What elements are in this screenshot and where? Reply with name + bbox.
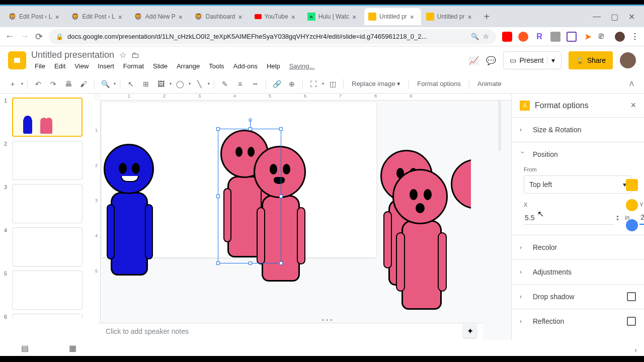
resize-handle[interactable]: [249, 261, 252, 265]
star-icon[interactable]: ☆: [483, 33, 489, 40]
zoom-icon[interactable]: 🔍: [471, 33, 479, 40]
extension-icon[interactable]: [502, 32, 512, 42]
calendar-icon[interactable]: [626, 179, 638, 191]
close-icon[interactable]: ✕: [628, 12, 635, 22]
move-icon[interactable]: 🗀: [131, 51, 139, 60]
speaker-notes[interactable]: Click to add speaker notes: [99, 323, 483, 340]
menu-edit[interactable]: Edit: [51, 61, 69, 71]
extension-icon[interactable]: [518, 32, 528, 42]
from-select[interactable]: Top left▾: [524, 175, 632, 194]
slide-thumbnail[interactable]: 6: [4, 314, 90, 320]
slide-thumbnail[interactable]: 2: [4, 141, 90, 180]
forward-button[interactable]: →: [20, 31, 29, 42]
menu-format[interactable]: Format: [120, 61, 147, 71]
notes-drag-handle[interactable]: • • •: [322, 317, 333, 323]
mask-button[interactable]: ◫: [326, 77, 339, 90]
resize-handle[interactable]: [279, 261, 283, 265]
profile-avatar[interactable]: [615, 32, 625, 42]
minimize-icon[interactable]: —: [593, 12, 601, 22]
border-dash-button[interactable]: ┅: [249, 77, 262, 90]
zoom-button[interactable]: 🔍: [99, 77, 112, 90]
star-icon[interactable]: ☆: [119, 50, 126, 60]
doc-title[interactable]: Untitled presentation: [31, 50, 114, 60]
slides-logo[interactable]: [8, 51, 26, 69]
slide-thumbnail[interactable]: 3: [4, 184, 90, 223]
comments-icon[interactable]: 💬: [486, 56, 496, 65]
selection-box[interactable]: [218, 129, 281, 263]
browser-tab[interactable]: Untitled pr×: [364, 8, 421, 25]
slide-thumbnail[interactable]: 4: [4, 227, 90, 266]
present-dropdown[interactable]: ▾: [547, 56, 559, 64]
tasks-icon[interactable]: [626, 219, 638, 231]
explore-button[interactable]: ✦: [463, 324, 477, 338]
link-button[interactable]: 🔗: [270, 77, 283, 90]
menu-tools[interactable]: Tools: [205, 61, 227, 71]
resize-handle[interactable]: [216, 195, 220, 198]
activity-icon[interactable]: 📈: [469, 56, 479, 65]
close-icon[interactable]: ×: [410, 13, 417, 20]
print-button[interactable]: 🖶: [62, 77, 75, 90]
image-tool[interactable]: 🖼: [154, 77, 168, 90]
crop-button[interactable]: ⛶: [307, 77, 320, 90]
menu-arrange[interactable]: Arrange: [173, 61, 203, 71]
extension-icon[interactable]: R: [534, 32, 544, 42]
menu-addons[interactable]: Add-ons: [230, 61, 261, 71]
x-spinner[interactable]: ▲▼: [616, 214, 623, 221]
pink-figure-partial[interactable]: [451, 159, 471, 259]
reflection-section[interactable]: › Reflection: [512, 309, 644, 333]
format-options-button[interactable]: Format options: [413, 80, 465, 87]
browser-tab[interactable]: 🦁Edit Post ‹ L×: [4, 8, 66, 25]
undo-button[interactable]: ↶: [32, 77, 45, 90]
reload-button[interactable]: ⟳: [35, 31, 43, 42]
browser-tab[interactable]: 🦁Edit Post ‹ L×: [67, 8, 129, 25]
border-color-button[interactable]: ✎: [218, 77, 231, 90]
back-button[interactable]: ←: [5, 31, 14, 42]
comment-button[interactable]: ⊕: [285, 77, 298, 90]
grid-view-button[interactable]: ▦: [69, 343, 76, 353]
extension-icon[interactable]: [567, 32, 577, 42]
animate-button[interactable]: Animate: [473, 80, 506, 87]
filmstrip-view-button[interactable]: ▤: [21, 343, 29, 353]
close-icon[interactable]: ×: [179, 13, 186, 20]
reflection-checkbox[interactable]: [627, 317, 636, 326]
resize-handle[interactable]: [216, 261, 220, 265]
redo-button[interactable]: ↷: [47, 77, 60, 90]
menu-help[interactable]: Help: [263, 61, 284, 71]
expand-side-panel-button[interactable]: ‹: [634, 346, 637, 354]
resize-handle[interactable]: [279, 127, 283, 131]
menu-file[interactable]: File: [31, 61, 49, 71]
position-section[interactable]: › Position: [512, 142, 644, 166]
paint-format-button[interactable]: 🖌: [77, 77, 90, 90]
cast-icon[interactable]: ⎚: [599, 32, 609, 42]
keep-icon[interactable]: [626, 199, 638, 211]
slide-thumbnail[interactable]: 1: [4, 98, 90, 137]
drop-shadow-checkbox[interactable]: [627, 292, 636, 301]
slide-thumbnail[interactable]: 5: [4, 270, 90, 310]
menu-view[interactable]: View: [71, 61, 92, 71]
canvas[interactable]: 1 2 3 4 5 6 7 8 9 1 2 3 4 5: [94, 94, 511, 360]
close-icon[interactable]: ×: [238, 13, 246, 20]
resize-handle[interactable]: [249, 127, 252, 131]
vertical-scrollbar[interactable]: [498, 101, 501, 151]
recolor-section[interactable]: › Recolor: [512, 235, 644, 259]
close-icon[interactable]: ×: [467, 13, 474, 20]
extension-icon[interactable]: [550, 32, 560, 42]
select-tool[interactable]: ↖: [124, 77, 137, 90]
shape-tool[interactable]: ◯: [174, 77, 187, 90]
close-panel-button[interactable]: ×: [630, 100, 636, 111]
menu-slide[interactable]: Slide: [149, 61, 171, 71]
x-input[interactable]: [524, 211, 614, 225]
menu-insert[interactable]: Insert: [94, 61, 118, 71]
share-button[interactable]: 🔒Share: [569, 51, 613, 69]
close-icon[interactable]: ×: [118, 13, 125, 20]
resize-handle[interactable]: [279, 195, 283, 198]
extension-icon[interactable]: ➤: [583, 32, 593, 42]
drop-shadow-section[interactable]: › Drop shadow: [512, 285, 644, 309]
user-avatar[interactable]: [620, 52, 636, 68]
collapse-toolbar-button[interactable]: ᐱ: [629, 80, 638, 87]
size-rotation-section[interactable]: › Size & Rotation: [512, 118, 644, 142]
new-tab-button[interactable]: +: [479, 10, 494, 24]
close-icon[interactable]: ×: [55, 13, 62, 20]
url-field[interactable]: 🔒 docs.google.com/presentation/d/1LN_cHz…: [49, 29, 496, 44]
border-weight-button[interactable]: ≡: [233, 77, 247, 90]
